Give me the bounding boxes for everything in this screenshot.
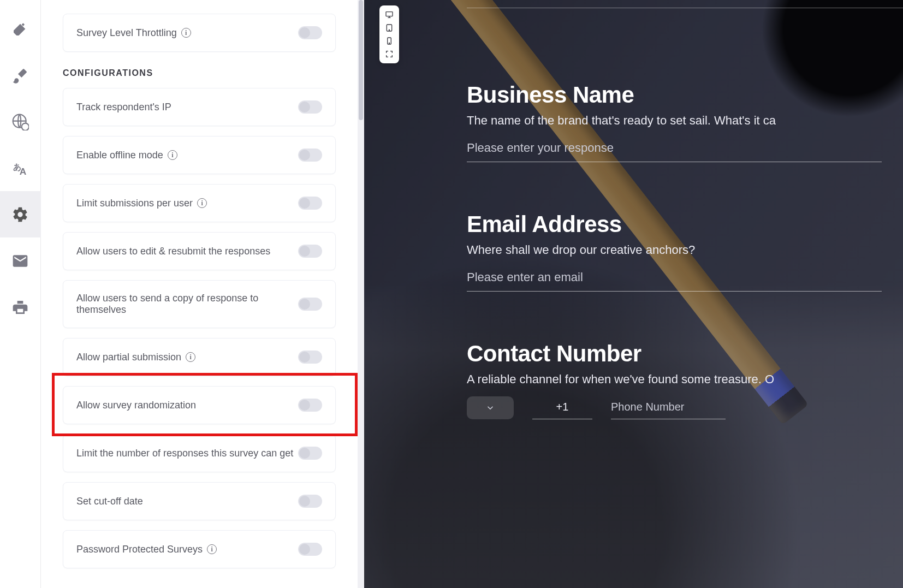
desktop-icon [385,10,394,19]
device-desktop[interactable] [382,9,397,21]
rail-print[interactable] [0,284,41,330]
setting-label: Limit the number of responses this surve… [76,448,293,459]
highlighter-icon [11,20,29,38]
info-icon[interactable]: i [186,352,195,362]
question-title: Contact Number [467,341,903,367]
svg-point-8 [389,43,389,43]
setting-label: Survey Level Throttling [76,27,177,39]
card-set-cut-off-date: Set cut-off date [63,482,336,520]
rail-brush[interactable] [0,52,41,98]
toggle-3[interactable] [298,245,322,258]
svg-text:A: A [20,166,27,177]
toggle-8[interactable] [298,495,322,508]
rail-globe[interactable] [0,98,41,145]
pane-divider [358,0,364,588]
question-subtitle: Where shall we drop our creative anchors… [467,243,903,257]
question-business-name: Business Name The name of the brand that… [467,82,903,162]
setting-label: Allow survey randomization [76,400,196,411]
svg-point-6 [389,29,389,30]
rail-translate[interactable]: あA [0,145,41,191]
setting-label: Password Protected Surveys [76,544,203,555]
toggle-4[interactable] [298,298,322,311]
info-icon[interactable]: i [181,28,191,38]
print-icon [11,299,29,316]
question-title: Email Address [467,211,903,237]
gear-icon [11,206,29,223]
card-allow-users-to-edit-resubmit-the-responses: Allow users to edit & resubmit the respo… [63,232,336,270]
card-survey-level-throttling: Survey Level Throttling i [63,14,336,52]
setting-label: Allow users to edit & resubmit the respo… [76,246,270,257]
setting-label: Limit submissions per user [76,198,193,209]
toggle-1[interactable] [298,149,322,162]
toggle-9[interactable] [298,543,322,556]
toggle-2[interactable] [298,197,322,210]
sidebar-rail: あA [0,0,41,588]
card-limit-the-number-of-responses-this-survey-can-get: Limit the number of responses this surve… [63,434,336,472]
info-icon[interactable]: i [207,544,217,554]
question-email: Email Address Where shall we drop our cr… [467,211,903,292]
question-contact: Contact Number A reliable channel for wh… [467,341,903,419]
card-allow-users-to-send-a-copy-of-response-to-themselves: Allow users to send a copy of response t… [63,280,336,328]
card-enable-offline-mode: Enable offline modei [63,136,336,174]
fullscreen-icon [385,50,394,58]
setting-label: Enable offline mode [76,150,163,161]
section-heading-configurations: CONFIGURATIONS [63,68,336,78]
business-name-input[interactable] [467,138,882,162]
settings-panel: Survey Level Throttling i CONFIGURATIONS… [41,0,358,588]
chevron-down-icon [485,403,495,413]
info-icon[interactable]: i [197,198,207,208]
device-switcher [379,5,399,63]
device-mobile[interactable] [382,35,397,47]
toggle-7[interactable] [298,447,322,460]
preview-pane: Business Name The name of the brand that… [364,0,903,588]
setting-label: Track respondent's IP [76,102,171,113]
email-input[interactable] [467,267,882,292]
toggle-survey-level-throttling[interactable] [298,26,322,39]
phone-number-input[interactable] [611,397,726,419]
country-code-input[interactable] [532,397,592,419]
question-subtitle: A reliable channel for when we've found … [467,372,903,387]
mail-icon [11,252,29,270]
tablet-icon [385,23,394,32]
svg-rect-4 [386,12,393,16]
setting-label: Set cut-off date [76,496,143,507]
rail-mail[interactable] [0,237,41,284]
rail-highlighter[interactable] [0,5,41,52]
toggle-5[interactable] [298,351,322,364]
mobile-icon [385,37,394,45]
card-password-protected-surveys: Password Protected Surveysi [63,530,336,568]
globe-icon [11,113,29,130]
toggle-0[interactable] [298,100,322,114]
toggle-6[interactable] [298,399,322,412]
card-allow-partial-submission: Allow partial submissioni [63,338,336,376]
setting-label: Allow users to send a copy of response t… [76,293,298,316]
device-fullscreen[interactable] [382,48,397,60]
question-title: Business Name [467,82,903,108]
question-subtitle: The name of the brand that's ready to se… [467,114,903,128]
card-track-respondent-s-ip: Track respondent's IP [63,88,336,126]
device-tablet[interactable] [382,22,397,34]
brush-icon [11,67,29,84]
setting-label: Allow partial submission [76,352,181,363]
translate-icon: あA [11,159,29,177]
svg-point-1 [22,123,29,130]
card-allow-survey-randomization: Allow survey randomization [63,386,336,424]
country-code-dropdown[interactable] [467,396,514,419]
info-icon[interactable]: i [168,150,177,160]
rail-settings[interactable] [0,191,41,237]
card-limit-submissions-per-user: Limit submissions per useri [63,184,336,222]
